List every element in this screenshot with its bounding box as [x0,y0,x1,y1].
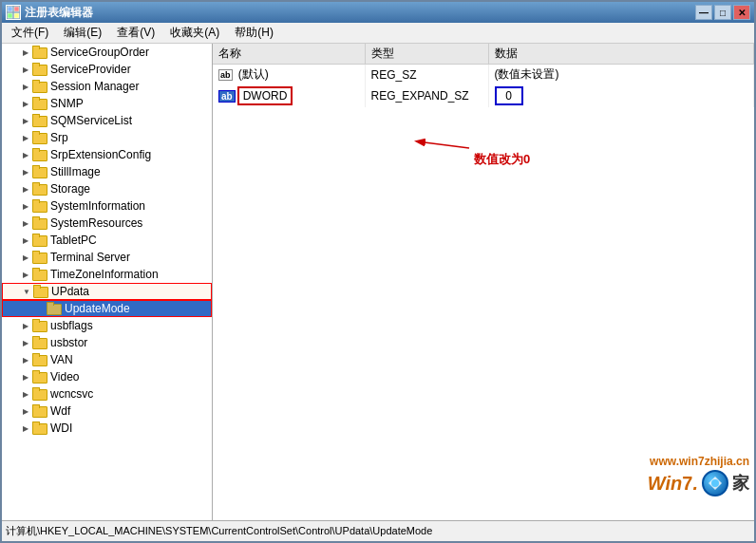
tree-item-servicegrouporder[interactable]: ServiceGroupOrder [2,44,212,61]
right-panel: 名称 类型 数据 ab (默认) REG_SZ [213,44,754,520]
tree-item-usbstor[interactable]: usbstor [2,334,212,351]
tree-item-wcncsvc[interactable]: wcncsvc [2,385,212,403]
tree-item-video[interactable]: Video [2,368,212,385]
folder-icon [32,63,47,76]
tree-label: SrpExtensionConfig [50,148,151,161]
tree-item-systemresources[interactable]: SystemResources [2,215,212,232]
folder-icon [32,319,47,332]
tree-item-srp[interactable]: Srp [2,129,212,146]
menu-view[interactable]: 查看(V) [109,23,162,43]
col-data: 数据 [488,44,754,65]
tree-label: TabletPC [50,234,97,247]
folder-icon [32,148,47,161]
tree-item-wdi[interactable]: WDI [2,420,212,437]
registry-table[interactable]: 名称 类型 数据 ab (默认) REG_SZ [213,44,754,520]
tree-arrow [19,404,32,418]
content-area: ServiceGroupOrder ServiceProvider Sessio… [2,44,754,520]
tree-item-serviceprovider[interactable]: ServiceProvider [2,61,212,78]
close-button[interactable]: ✕ [733,5,750,20]
tree-label: SystemResources [50,216,142,230]
menu-file[interactable]: 文件(F) [4,23,56,43]
tree-item-sessionmanager[interactable]: Session Manager [2,78,212,95]
tree-item-timezoneinformation[interactable]: TimeZoneInformation [2,266,212,283]
svg-rect-1 [14,7,19,11]
ab-icon: ab [218,69,233,81]
folder-icon [32,114,47,127]
tree-label: usbflags [50,319,93,332]
table-row-selected[interactable]: ab DWORD REG_EXPAND_SZ 0 [213,84,754,107]
tree-label: UpdateMode [65,302,130,315]
window-title: 注册表编辑器 [25,5,93,21]
row-name: (默认) [238,67,269,81]
tree-item-updata[interactable]: UPdata [2,283,212,300]
tree-label: SQMServiceList [50,114,132,127]
tree-item-terminalserver[interactable]: Terminal Server [2,249,212,266]
folder-icon [32,131,47,144]
tree-arrow [33,302,47,315]
tree-label: VAN [50,353,73,366]
ab-icon-blue: ab [218,90,236,103]
tree-arrow [19,80,32,93]
maximize-button[interactable]: □ [714,5,731,20]
tree-item-wdf[interactable]: Wdf [2,403,212,420]
folder-icon [32,251,47,264]
tree-arrow [19,114,32,127]
col-type: 类型 [365,44,488,65]
folder-icon [32,216,47,230]
folder-icon [32,165,47,178]
tree-arrow [19,353,32,366]
tree-arrow [19,63,32,76]
folder-icon [32,404,47,418]
tree-label: TimeZoneInformation [50,268,159,281]
tree-item-storage[interactable]: Storage [2,180,212,197]
row-name-cell-dword: ab DWORD [213,84,365,107]
tree-label: UPdata [51,285,89,298]
folder-icon [32,234,47,247]
tree-label: ServiceGroupOrder [50,46,149,59]
status-bar: 计算机\HKEY_LOCAL_MACHINE\SYSTEM\CurrentCon… [2,520,754,541]
tree-label: WDI [50,421,72,435]
tree-arrow [19,336,32,349]
tree-container: ServiceGroupOrder ServiceProvider Sessio… [2,44,212,437]
tree-item-systeminformation[interactable]: SystemInformation [2,197,212,215]
tree-arrow [19,268,32,281]
tree-item-tabletpc[interactable]: TabletPC [2,232,212,249]
table-row[interactable]: ab (默认) REG_SZ (数值未设置) [213,65,754,85]
tree-item-srpextensionconfig[interactable]: SrpExtensionConfig [2,146,212,163]
tree-label: Session Manager [50,80,139,93]
tree-label: Wdf [50,404,70,418]
tree-arrow-expanded [20,285,33,298]
tree-item-van[interactable]: VAN [2,351,212,368]
value-box: 0 [495,86,523,105]
tree-arrow [19,131,32,144]
status-text: 计算机\HKEY_LOCAL_MACHINE\SYSTEM\CurrentCon… [6,524,432,538]
menu-favorites[interactable]: 收藏夹(A) [162,23,227,43]
folder-icon [32,421,47,435]
tree-arrow [19,148,32,161]
tree-label: usbstor [50,336,87,349]
tree-item-updatemode[interactable]: UpdateMode [2,300,212,317]
folder-icon [33,285,48,298]
tree-panel[interactable]: ServiceGroupOrder ServiceProvider Sessio… [2,44,213,520]
folder-icon [32,97,47,110]
tree-arrow [19,165,32,178]
tree-label: wcncsvc [50,387,93,401]
title-bar: 注册表编辑器 — □ ✕ [2,2,754,23]
tree-label: Terminal Server [50,251,130,264]
svg-rect-3 [14,13,19,18]
folder-icon [32,182,47,196]
tree-item-usbflags[interactable]: usbflags [2,317,212,334]
menu-help[interactable]: 帮助(H) [227,23,281,43]
tree-label: SNMP [50,97,84,110]
tree-item-stillimage[interactable]: StillImage [2,163,212,180]
tree-item-snmp[interactable]: SNMP [2,95,212,112]
tree-arrow [19,387,32,401]
col-name: 名称 [213,44,365,65]
tree-arrow [19,319,32,332]
folder-icon [32,268,47,281]
menu-edit[interactable]: 编辑(E) [56,23,109,43]
minimize-button[interactable]: — [695,5,712,20]
row-type: REG_SZ [365,65,488,85]
tree-label: SystemInformation [50,199,145,213]
tree-item-sqmservicelist[interactable]: SQMServiceList [2,112,212,129]
